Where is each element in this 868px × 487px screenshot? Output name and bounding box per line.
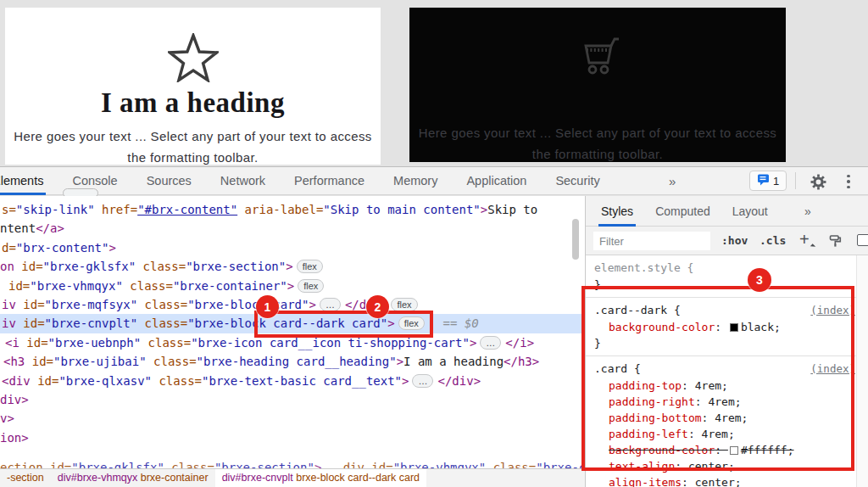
dom-row[interactable]: d="brx-content"> [0, 238, 585, 257]
flex-badge[interactable]: flex [298, 279, 324, 293]
toolbar-separator [795, 172, 796, 189]
dom-row[interactable]: div> [0, 390, 585, 409]
annotation-box-selected-element [254, 311, 433, 338]
styles-tab-layout[interactable]: Layout [732, 196, 768, 227]
breadcrumb: -sectiondiv#brxe-vhmqyx brxe-containerdi… [0, 468, 585, 487]
styles-filter-input[interactable] [593, 232, 710, 250]
annotation-box-css-rules [581, 286, 854, 471]
element-class-toggle[interactable]: .cls [760, 234, 786, 247]
issues-counter-button[interactable]: 1 [749, 171, 787, 191]
css-selector[interactable]: element.style { [594, 261, 693, 274]
tab-memory[interactable]: Memory [393, 167, 437, 195]
card-heading: I am a heading [5, 87, 381, 119]
dark-card-body-text: Here goes your text ... Select any part … [409, 122, 786, 165]
annotation-badge-2: 2 [366, 295, 389, 318]
css-declaration[interactable]: align-items: center; [594, 474, 865, 487]
tab-application[interactable]: Application [466, 167, 526, 195]
expand-ellipsis-badge[interactable]: … [412, 374, 433, 388]
flex-badge[interactable]: flex [297, 260, 323, 273]
settings-gear-icon[interactable] [808, 171, 828, 192]
dom-row[interactable]: <div id="brxe-qlxasv" class="brxe-text-b… [0, 372, 585, 390]
dom-row[interactable]: v> [0, 409, 585, 428]
tab-elements[interactable]: Elements [0, 167, 43, 195]
styles-tab-styles[interactable]: Styles [601, 196, 633, 227]
flex-badge[interactable]: flex [391, 298, 417, 311]
new-style-rule-button[interactable]: + [799, 230, 810, 249]
dom-row[interactable]: ntent</a> [0, 219, 585, 238]
issues-count: 1 [773, 175, 779, 188]
computed-sidebar-toggle-icon[interactable] [857, 234, 868, 246]
dom-row[interactable]: on id="brxe-gklsfx" class="brxe-section"… [0, 257, 585, 276]
dom-row[interactable]: ion> [0, 428, 585, 447]
kebab-menu-icon[interactable] [841, 171, 856, 192]
styles-tab-computed[interactable]: Computed [655, 196, 710, 227]
more-tabs-chevron[interactable]: » [669, 167, 676, 195]
styles-tab-bar: StylesComputedLayout [586, 196, 868, 227]
issues-chat-icon [757, 173, 770, 188]
annotation-badge-1: 1 [256, 295, 279, 318]
expand-ellipsis-badge[interactable]: … [320, 298, 341, 311]
dom-row[interactable]: id="brxe-vhmqyx" class="brxe-container">… [0, 277, 585, 295]
card-body-text: Here goes your text ... Select any part … [5, 126, 381, 168]
expand-ellipsis-badge[interactable]: … [480, 336, 501, 350]
tab-performance[interactable]: Performance [294, 167, 364, 195]
tab-sources[interactable]: Sources [147, 167, 192, 195]
screenshot-root: I am a heading Here goes your text ... S… [0, 0, 868, 487]
breadcrumb-item[interactable]: div#brxe-cnvplt brxe-block card--dark ca… [215, 469, 426, 487]
devtools-toolbar: ElementsConsoleSourcesNetworkPerformance… [0, 167, 868, 195]
annotation-badge-3: 3 [748, 268, 771, 292]
star-icon [5, 33, 381, 86]
styles-toolbar: :hov .cls + [586, 227, 868, 255]
clipped-dom-row: ection id="brxe-gklsfx" class="brxe-sect… [0, 459, 585, 468]
light-card: I am a heading Here goes your text ... S… [5, 8, 381, 165]
browser-page-preview: I am a heading Here goes your text ... S… [0, 0, 868, 166]
styles-more-tabs-chevron[interactable]: » [804, 196, 811, 227]
pseudo-state-toggle[interactable]: :hov [721, 234, 748, 247]
tab-network[interactable]: Network [220, 167, 265, 195]
elements-scrollbar-thumb[interactable] [572, 219, 579, 260]
tab-security[interactable]: Security [555, 167, 599, 195]
dark-card: Here goes your text ... Select any part … [409, 8, 786, 162]
shopping-cart-icon [409, 34, 786, 115]
breadcrumb-item[interactable]: div#brxe-vhmqyx brxe-container [51, 469, 215, 487]
paint-roller-icon[interactable] [828, 233, 843, 251]
elements-panel: s="skip-link" href="#brx-content" aria-l… [0, 196, 585, 487]
breadcrumb-item[interactable]: -section [0, 469, 51, 487]
styles-scrollbar-track[interactable] [856, 255, 868, 487]
dom-row[interactable]: s="skip-link" href="#brx-content" aria-l… [0, 200, 585, 219]
dom-row[interactable]: <h3 id="brxe-ujibai" class="brxe-heading… [0, 352, 585, 371]
new-rule-caret-icon [810, 244, 815, 249]
